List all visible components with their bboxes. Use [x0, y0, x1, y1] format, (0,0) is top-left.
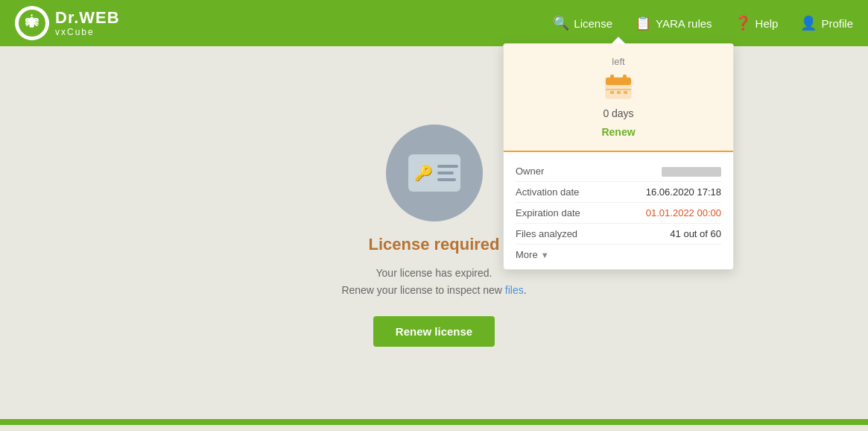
license-icon-circle: 🔑	[386, 125, 483, 221]
files-row: Files analyzed 41 out of 60	[516, 224, 721, 245]
nav-license[interactable]: 🔍 License	[553, 15, 612, 31]
more-row[interactable]: More ▼	[516, 245, 721, 260]
renew-link[interactable]: Renew	[601, 126, 635, 138]
main-content: 🔑 License required Your license has expi…	[0, 46, 868, 425]
more-label: More	[516, 249, 538, 260]
expiration-label: Expiration date	[516, 207, 580, 218]
license-card-icon: 🔑	[408, 154, 460, 192]
help-icon: ❓	[735, 15, 751, 31]
nav-yara-label: YARA rules	[656, 17, 712, 30]
files-value: 41 out of 60	[670, 228, 721, 239]
svg-rect-3	[606, 78, 631, 85]
brand-name: Dr.WEB	[55, 9, 120, 27]
key-icon: 🔑	[414, 164, 433, 182]
popup-top-section: left 0 days Renew	[504, 44, 733, 152]
desc-link[interactable]: files	[505, 284, 524, 296]
nav-help-label: Help	[755, 17, 779, 30]
card-line-1	[437, 165, 458, 168]
owner-row: Owner	[516, 161, 721, 182]
logo-icon: 🕷	[15, 6, 49, 40]
svg-rect-9	[624, 91, 627, 94]
desc-prefix: Renew your license to inspect new	[341, 284, 504, 296]
svg-rect-5	[623, 75, 627, 81]
calendar-svg	[604, 73, 633, 101]
card-line-2	[437, 172, 454, 174]
renew-license-button[interactable]: Renew license	[373, 316, 495, 347]
svg-rect-7	[610, 91, 614, 94]
svg-rect-4	[610, 75, 614, 81]
desc-line1: Your license has expired.	[341, 265, 526, 281]
files-label: Files analyzed	[516, 228, 577, 239]
days-left: 0 days	[516, 107, 721, 119]
svg-text:🕷: 🕷	[25, 14, 39, 30]
expiration-value: 01.01.2022 00:00	[646, 207, 721, 218]
page-title: License required	[368, 235, 499, 254]
calendar-icon	[604, 73, 633, 101]
profile-icon: 👤	[800, 15, 817, 31]
card-lines	[437, 165, 458, 181]
owner-label: Owner	[516, 166, 544, 177]
yara-icon: 📋	[635, 15, 651, 31]
drweb-logo-svg: 🕷	[18, 9, 46, 37]
nav-help[interactable]: ❓ Help	[735, 15, 779, 31]
nav-license-label: License	[574, 17, 612, 30]
activation-value: 16.06.2020 17:18	[646, 186, 721, 198]
popup-body: Owner Activation date 16.06.2020 17:18 E…	[504, 152, 733, 269]
brand-sub: vxCube	[55, 28, 120, 37]
popup-arrow	[611, 37, 626, 44]
owner-blur	[662, 167, 721, 177]
logo-area: 🕷 Dr.WEB vxCube	[15, 6, 120, 40]
logo-text: Dr.WEB vxCube	[55, 9, 120, 37]
desc-line2: Renew your license to inspect new files.	[341, 282, 526, 298]
nav-profile-label: Profile	[821, 17, 853, 30]
card-line-3	[437, 178, 456, 181]
desc-suffix: .	[524, 284, 527, 296]
nav-profile[interactable]: 👤 Profile	[800, 15, 853, 31]
license-desc: Your license has expired. Renew your lic…	[341, 265, 526, 298]
svg-rect-8	[617, 91, 621, 94]
activation-label: Activation date	[516, 186, 579, 198]
owner-value	[662, 166, 721, 177]
license-popup: left 0 days Renew Owner Activation date …	[503, 43, 734, 270]
bottom-border	[0, 419, 868, 425]
header-nav: 🔍 License 📋 YARA rules ❓ Help 👤 Profile	[553, 15, 853, 31]
chevron-down-icon: ▼	[541, 251, 549, 259]
search-icon: 🔍	[553, 15, 569, 31]
activation-row: Activation date 16.06.2020 17:18	[516, 182, 721, 203]
nav-yara[interactable]: 📋 YARA rules	[635, 15, 712, 31]
header: 🕷 Dr.WEB vxCube 🔍 License 📋 YARA rules ❓…	[0, 0, 868, 46]
expiration-row: Expiration date 01.01.2022 00:00	[516, 203, 721, 224]
left-label: left	[516, 56, 721, 67]
